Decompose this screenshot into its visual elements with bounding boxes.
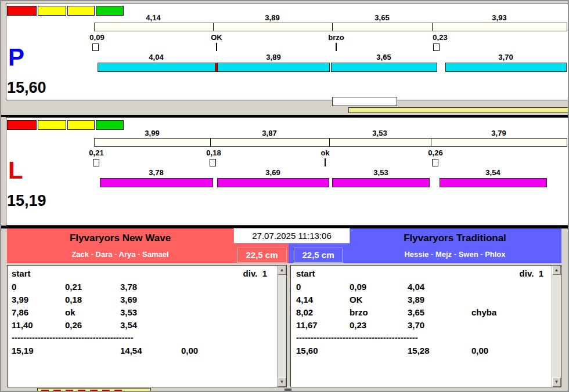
marker-checkbox[interactable] [92,43,99,51]
table-cell: 8,02 [296,307,345,318]
split-value: 3,53 [362,129,397,137]
split-value: 4,14 [136,13,171,22]
table-separator: ----------------------------------------… [12,332,186,343]
split-value: 3,89 [255,13,290,22]
table-cell: 3,70 [408,320,464,331]
team-name-right: Flyvaryors Traditional [348,233,561,244]
scroll-up-button[interactable]: ▲ [278,266,286,275]
lane-total-l: 15,19 [7,193,46,209]
lane-value: 3,65 [366,53,401,61]
scroll-down-button[interactable]: ▼ [278,378,286,387]
marker-label: brzo [319,33,354,42]
quality-block-red [7,6,37,16]
ruler-divider [213,23,214,31]
table-cell: 0,26 [65,320,116,331]
table-cell [181,282,268,292]
scroll-down-button[interactable]: ▼ [552,378,561,387]
app-window: 4,14 3,89 3,65 3,93 0,09 OK brzo 0,23 4,… [0,0,569,392]
scroll-up-icon: ▲ [554,267,559,273]
split-ruler-l [94,138,567,147]
table-total-cell: 15,19 [12,346,61,356]
table-cell [471,295,547,305]
table-cell: 0,21 [65,282,116,292]
split-value: 3,99 [135,129,170,137]
lane-segment [98,63,215,72]
table-cell [181,295,268,305]
table-cell: brzo [350,307,401,318]
marker-tick [216,43,217,51]
table-cell: 0,18 [65,295,116,305]
table-start-label: start [12,268,31,279]
team-members-right: Hessie - Mejz - Swen - Phlox [348,250,561,259]
table-cell: 7,86 [12,307,61,318]
marker-checkbox[interactable] [432,159,438,166]
left-table-scrollbar[interactable]: ▲ ▼ [277,266,286,387]
lane-segment [217,63,330,72]
ruler-divider [329,138,330,147]
datetime-display: 27.07.2025 11:13:06 [233,228,350,244]
lane-value: 3,70 [488,53,523,61]
lane-value: 3,54 [476,168,510,177]
split-value: 3,87 [252,129,287,137]
marker-checkbox[interactable] [210,159,216,166]
table-cell: OK [350,295,401,305]
table-cell [471,282,547,292]
lane-value: 3,69 [255,168,290,177]
marker-label: OK [199,33,234,42]
quality-block-yellow [67,120,95,130]
middle-yellow-bar [348,107,569,113]
clipped-bottom-mark [284,389,291,392]
table-cell: chyba [471,307,547,318]
clipped-bottom-bar [37,388,151,392]
marker-label: 0,18 [196,148,231,157]
marker-label: 0,23 [423,33,458,42]
lane-segment [331,63,437,72]
table-cell: 3,54 [120,320,177,331]
table-cell: 11,40 [12,320,61,331]
marker-label: 0,21 [79,148,114,157]
lane-value: 4,04 [139,53,174,61]
lane-segment [440,178,547,187]
lane-letter-l: L [8,158,23,183]
lane-value: 3,78 [139,168,174,177]
right-table-scrollbar[interactable]: ▲ ▼ [552,266,561,387]
marker-tick [325,158,326,166]
lane-letter-p: P [8,45,24,70]
quality-block-yellow [38,6,66,16]
table-total-cell: 14,54 [120,346,177,356]
scroll-up-icon: ▲ [280,267,284,273]
team-members-left: Zack - Dara - Arya - Samael [7,250,233,259]
quality-block-yellow [67,6,95,16]
table-total-cell: 0,00 [471,346,547,356]
lane-segment [332,178,430,187]
ruler-divider [431,138,431,147]
split-value: 3,79 [481,129,516,137]
table-cell: ok [65,307,116,318]
table-cell: 4,04 [408,282,464,292]
table-total-cell [65,346,116,356]
table-cell: 0 [12,282,61,292]
split-ruler-p [94,23,567,31]
table-div-label: div. 1 [210,268,267,279]
lane-value: 3,89 [256,53,291,61]
scroll-up-button[interactable]: ▲ [552,266,561,275]
clipped-text [41,390,123,392]
table-cell: 3,89 [408,295,464,305]
table-cell: 11,67 [296,320,345,331]
table-cell [471,320,547,331]
ruler-divider [210,138,211,147]
table-cell: 4,14 [296,295,345,305]
quality-block-red [7,120,37,130]
team-name-left: Flyvaryors New Wave [7,233,233,244]
table-total-cell: 15,60 [296,346,345,356]
marker-checkbox[interactable] [93,159,99,166]
quality-block-yellow [38,120,66,130]
split-value: 3,93 [482,13,517,22]
marker-checkbox[interactable] [433,43,440,51]
table-cell: 0,23 [350,320,401,331]
lane-segment [100,178,213,187]
quality-block-green [96,120,124,130]
distance-left: 22,5 cm [237,248,287,263]
scroll-down-icon: ▼ [280,379,284,384]
marker-label: 0,09 [80,33,114,42]
